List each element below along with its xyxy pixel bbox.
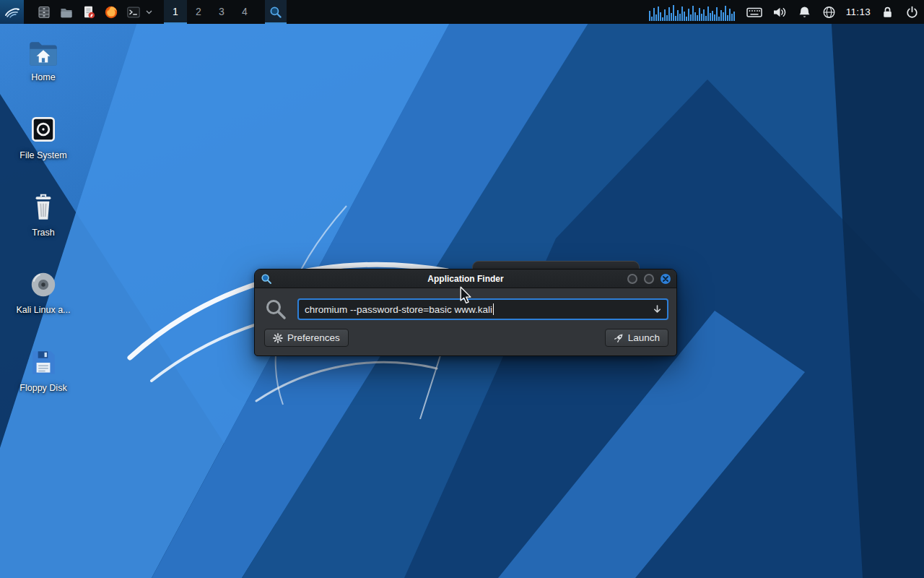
panel-left: 1 2 3 4: [0, 0, 287, 24]
document-icon: [82, 5, 96, 20]
kali-menu-button[interactable]: [0, 0, 24, 24]
drive-icon: [27, 114, 60, 146]
top-panel: 1 2 3 4: [0, 0, 924, 24]
desktop-icon-label: Trash: [32, 228, 55, 238]
globe-icon[interactable]: [821, 4, 837, 20]
floppy-icon: [27, 347, 60, 379]
trash-icon: [27, 191, 60, 223]
maximize-button[interactable]: [644, 274, 654, 284]
desktop-icon-label: Home: [31, 72, 55, 82]
workspace-2[interactable]: 2: [187, 0, 210, 24]
desktop-icon-label: File System: [19, 150, 66, 160]
power-icon[interactable]: [905, 4, 920, 20]
launch-rocket-icon: [614, 333, 624, 343]
firefox-launcher[interactable]: [100, 0, 122, 24]
desktop-icon-file-system[interactable]: File System: [9, 114, 78, 160]
lock-icon[interactable]: [880, 4, 895, 20]
chevron-down-icon: [146, 10, 152, 14]
panel-right: 11:13: [649, 0, 924, 24]
tasklist: [265, 0, 287, 24]
clock[interactable]: 11:13: [846, 7, 871, 17]
speaker-icon[interactable]: [772, 4, 788, 20]
desktop-icon-home[interactable]: Home: [9, 38, 78, 82]
dropdown-arrow-icon[interactable]: [653, 305, 662, 314]
launch-button[interactable]: Launch: [605, 329, 668, 347]
terminal-icon: [126, 5, 141, 20]
file-manager-launcher[interactable]: [32, 0, 55, 24]
text-caret: [493, 303, 494, 315]
appfinder-window-icon: [261, 273, 272, 285]
desktop-icon-kali-cd[interactable]: Kali Linux a...: [9, 269, 78, 315]
window-title: Application Finder: [255, 274, 676, 284]
launch-label: Launch: [628, 332, 660, 343]
disc-icon: [27, 269, 60, 301]
folder-launcher[interactable]: [55, 0, 77, 24]
terminal-dropdown-chevron[interactable]: [144, 0, 154, 24]
titlebar[interactable]: Application Finder: [255, 269, 676, 288]
kali-logo-icon: [4, 4, 21, 21]
window-buttons: [627, 274, 671, 284]
desktop-icon-label: Kali Linux a...: [16, 305, 70, 315]
terminal-launcher[interactable]: [122, 0, 144, 24]
search-row: chromium --password-store=basic www.kali: [264, 298, 668, 321]
preferences-button[interactable]: Preferences: [264, 329, 349, 347]
close-icon: [663, 276, 668, 282]
file-cabinet-icon: [37, 5, 51, 20]
button-row: Preferences Launch: [264, 329, 668, 347]
desktop-icon-trash[interactable]: Trash: [9, 191, 78, 238]
finder-body: chromium --password-store=basic www.kali…: [255, 288, 676, 355]
preferences-label: Preferences: [287, 332, 340, 343]
text-editor-launcher[interactable]: [77, 0, 100, 24]
cpu-graph[interactable]: [649, 4, 737, 21]
workspace-switcher: 1 2 3 4: [164, 0, 256, 24]
desktop-icon-label: Floppy Disk: [19, 383, 66, 393]
workspace-1[interactable]: 1: [164, 0, 187, 24]
close-button[interactable]: [661, 274, 671, 284]
desktop-icon-floppy[interactable]: Floppy Disk: [9, 347, 78, 393]
folder-icon: [59, 5, 74, 20]
firefox-icon: [104, 5, 118, 20]
magnifier-icon: [269, 6, 282, 19]
search-icon: [264, 298, 287, 321]
minimize-button[interactable]: [627, 274, 637, 284]
keyboard-icon[interactable]: [746, 4, 762, 20]
home-folder-icon: [27, 38, 60, 68]
application-finder-window: Application Finder chromium --password-s…: [254, 269, 677, 356]
task-application-finder[interactable]: [265, 0, 287, 24]
command-input[interactable]: chromium --password-store=basic www.kali: [297, 298, 668, 320]
command-input-text: chromium --password-store=basic www.kali: [305, 304, 492, 315]
workspace-4[interactable]: 4: [233, 0, 256, 24]
bell-icon[interactable]: [797, 4, 812, 20]
gear-icon: [273, 333, 283, 343]
workspace-3[interactable]: 3: [210, 0, 233, 24]
